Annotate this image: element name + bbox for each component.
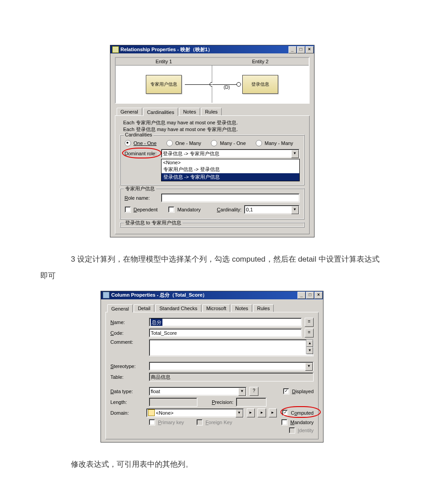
name-value: 总分 [151,319,162,326]
column-properties-window: Column Properties - 总分（Total_Score） _ □ … [101,291,323,443]
table-field: 商品信息 [149,373,314,381]
comment-input[interactable]: ▲ ▼ [149,339,314,356]
dependent-checkbox[interactable] [125,206,131,213]
dropdown-opt-none[interactable]: <None> [162,159,299,166]
tab-microsoft[interactable]: Microsoft [202,304,231,312]
displayed-checkbox[interactable]: ✓ [283,388,289,394]
dominant-role-value: 登录信息 -> 专家用户信息 [163,150,219,157]
dominant-role-dropdown[interactable]: <None> 专家用户信息 -> 登录信息 登录信息 -> 专家用户信息 [161,159,300,181]
entity2-role-group: 登录信息 to 专家用户信息 [120,222,305,228]
identity-checkbox [289,427,295,434]
role-name-input[interactable] [161,193,300,202]
displayed-label: Displayed [292,389,314,394]
dependent-label: Dependent [134,207,158,212]
dropdown-opt-2[interactable]: 登录信息 -> 专家用户信息 [162,173,299,181]
computed-label: Computed [291,410,314,416]
precision-label: Precision: [212,399,233,405]
entity2-role-group-legend: 登录信息 to 专家用户信息 [124,219,183,226]
length-input[interactable] [149,398,197,407]
domain-btn-1[interactable]: ▸ [247,408,255,417]
tab-strip: General Cardinalities Notes Rules [115,106,310,116]
link-line-left [185,84,212,85]
tab-notes[interactable]: Notes [179,108,200,115]
radio-one-one-label: One - One [134,140,157,146]
system-icon [103,292,109,298]
datatype-help-button[interactable]: ? [249,387,258,396]
radio-one-one[interactable] [125,140,131,146]
length-label: Length: [110,399,146,405]
maximize-button[interactable]: □ [306,292,314,299]
tab-strip: General Detail Standard Checks Microsoft… [105,303,319,312]
dropdown-opt-1[interactable]: 专家用户信息 -> 登录信息 [162,166,299,173]
radio-many-many[interactable] [256,140,262,146]
radio-one-many[interactable] [166,140,173,146]
name-label: Name: [110,320,146,325]
tab-notes[interactable]: Notes [231,304,252,312]
minimize-button[interactable]: _ [288,46,297,53]
titlebar[interactable]: Relationship Properties - 映射（映射1） _ □ × [110,45,314,53]
comment-scrollbar[interactable]: ▲ ▼ [306,340,313,354]
tab-general[interactable]: General [117,108,142,115]
entity2-box: 登录信息 [242,75,278,94]
tab-rules[interactable]: Rules [253,304,274,312]
chevron-down-icon[interactable]: ▼ [236,409,243,417]
entity-diagram: Entity 1 专家用户信息 Entity 2 (D) [115,57,310,104]
tab-rules[interactable]: Rules [201,108,222,115]
domain-btn-3[interactable]: ▸ [269,408,277,417]
foreignkey-label: Foreign Key [205,420,232,425]
chevron-down-icon[interactable]: ▼ [305,363,313,371]
maximize-button[interactable]: □ [297,46,305,53]
cardinality-sentence-1: Each 专家用户信息 may have at most one 登录信息. [123,119,305,126]
mandatory-label: Mandatory [177,207,201,212]
paragraph-1: 3 设定计算列，在物理模型中选择某个列，勾选 computed，然后在 deta… [40,251,384,285]
scroll-up-icon[interactable]: ▲ [306,340,313,347]
datatype-combo[interactable]: float ▼ [149,387,247,396]
chevron-down-icon[interactable]: ▼ [291,150,299,158]
code-input[interactable]: Total_Score [149,329,302,337]
domain-value: <None> [156,409,174,416]
close-button[interactable]: × [306,46,314,53]
stereotype-label: Stereotype: [110,364,146,369]
close-button[interactable]: × [315,292,323,299]
scroll-down-icon[interactable]: ▼ [306,347,313,354]
link-label: (D) [224,85,230,90]
dominant-role-combo[interactable]: 登录信息 -> 专家用户信息 ▼ [161,149,300,158]
entity1-role-group-legend: 专家用户信息 [124,185,156,192]
domain-combo[interactable]: <None> ▼ [146,408,244,417]
window-title: Relationship Properties - 映射（映射1） [121,46,213,53]
entity1-header: Entity 1 [116,58,212,66]
minimize-button[interactable]: _ [297,292,306,299]
tab-standard-checks[interactable]: Standard Checks [155,304,201,312]
radio-many-many-label: Many - Many [265,140,293,146]
relationship-properties-window: Relationship Properties - 映射（映射1） _ □ × … [110,45,315,237]
comment-label: Comment: [110,339,146,345]
datatype-label: Data type: [110,389,146,394]
chevron-down-icon[interactable]: ▼ [291,206,299,214]
tab-cardinalities[interactable]: Cardinalities [143,108,179,116]
cardinality-combo[interactable]: 0,1 ▼ [244,205,299,214]
entity1-box: 专家用户信息 [146,75,182,94]
mandatory-checkbox[interactable] [168,206,175,213]
cardinality-label: Cardinality: [217,207,241,212]
precision-input[interactable] [236,398,267,407]
name-input[interactable]: 总分 [149,318,302,327]
primarykey-checkbox[interactable] [149,419,155,425]
cardinality-value: 0,1 [246,206,253,213]
dominant-role-label: Dominant role: [125,151,158,156]
mandatory-checkbox[interactable] [281,419,288,425]
tab-general[interactable]: General [107,304,133,312]
mandatory-label: Mandatory [290,420,314,425]
stereotype-combo[interactable]: ▼ [149,362,314,371]
cardinalities-group-legend: Cardinalities [124,132,154,137]
radio-many-one[interactable] [211,140,217,146]
domain-icon [148,409,155,416]
titlebar[interactable]: Column Properties - 总分（Total_Score） _ □ … [101,291,323,299]
cardinalities-group: Cardinalities One - One One - Many Many … [120,135,305,185]
domain-btn-2[interactable]: ▸ [258,408,266,417]
computed-checkbox[interactable]: ✓ [282,410,288,416]
name-aux-button[interactable]: = [305,318,314,327]
datatype-value: float [151,388,160,395]
tab-detail[interactable]: Detail [134,304,154,312]
chevron-down-icon[interactable]: ▼ [238,388,246,396]
code-aux-button[interactable]: = [305,329,314,337]
